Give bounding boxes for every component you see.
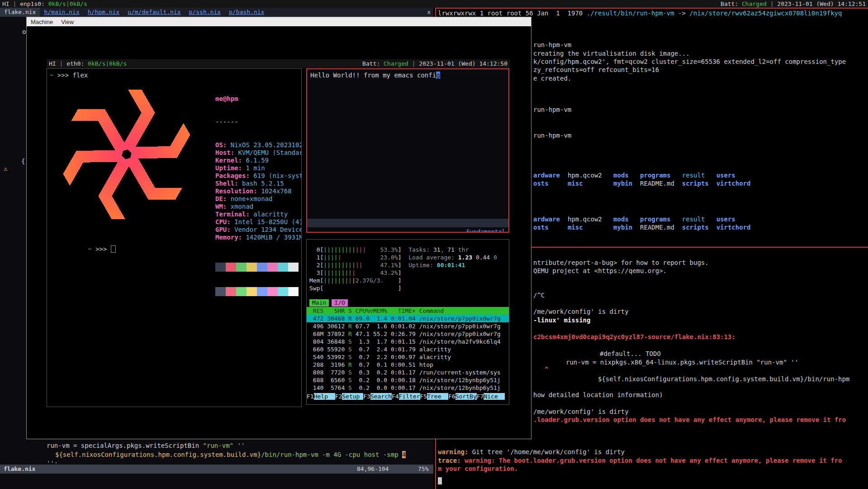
terminal-color-palette	[215, 263, 302, 272]
fkey-filter[interactable]: F4Filter	[392, 393, 420, 400]
host-status-bar: HI | enp1s0: 0kB/s|0kB/s Batt: Charged |…	[0, 0, 868, 8]
qemu-menu-bar: MachineView	[27, 17, 531, 26]
fkey-tree[interactable]: F5Tree	[420, 393, 449, 400]
htop-screen-tabs: MainI/O	[309, 299, 351, 307]
process-row[interactable]: 140 5764 S 0.2 0.0 0:00.17 /nix/store/12…	[307, 384, 509, 392]
process-row[interactable]: 496 30612 R 67.7 1.6 0:01.02 /nix/store/…	[307, 322, 509, 330]
htop-meters: 0[|||||||||||| 53.3%] Tasks: 31, 71 thr …	[309, 246, 497, 292]
host-bar-clock: Batt: Charged | 2023-11-01 (Wed) 14:12:5…	[721, 0, 866, 8]
fkey-sortby[interactable]: F6SortBy	[448, 393, 477, 400]
shell-prompt: ~ >>>	[50, 238, 116, 260]
major-mode-label: Fundamental	[466, 227, 505, 233]
fkey-help[interactable]: F1Help	[307, 393, 335, 400]
terminal-color-palette-bright	[215, 287, 302, 296]
process-row[interactable]: 804 36848 S 1.3 1.7 0:01.15 /nix/store/h…	[307, 338, 509, 345]
emacs-buffer-text[interactable]: Hello World!! from my emacs config	[310, 72, 440, 79]
nixos-logo-icon	[48, 79, 205, 230]
htop-table-header[interactable]: RES SHR S CPU%▽MEM% TIME+ Command	[307, 307, 509, 315]
neofetch-separator: ------	[215, 118, 302, 126]
desktop: HI | enp1s0: 0kB/s|0kB/s Batt: Charged |…	[0, 0, 868, 489]
guest-status-bar: HI | eth0: 0kB/s|0kB/s Batt: Charged | 2…	[47, 59, 510, 68]
guest-terminal-window[interactable]: ~ >>> flex	[47, 68, 302, 407]
process-row[interactable]: 808 7720 S 0.3 0.2 0:01.17 /run/current-…	[307, 369, 509, 376]
modeline-filename: flake.nix	[4, 465, 35, 474]
neofetch-info: me@hpm ------ OS: NixOS 23.05.20231023Ho…	[215, 80, 302, 312]
guest-htop-window[interactable]: 0[|||||||||||| 53.3%] Tasks: 31, 71 thr …	[306, 239, 509, 405]
modeline-position: 84,96-104	[357, 465, 389, 474]
guest-screen[interactable]: HI | eth0: 0kB/s|0kB/s Batt: Charged | 2…	[47, 59, 510, 407]
htop-tab-main[interactable]: Main	[309, 299, 329, 307]
emacs-cursor: g	[436, 72, 440, 79]
modeline-percent: 75%	[418, 465, 428, 474]
neofetch-user-host: me@hpm	[215, 95, 302, 103]
emacs-modeline: flake.nix 84,96-104 75%	[0, 465, 433, 474]
terminal-cursor	[111, 245, 116, 253]
htop-process-list: 472 30468 R 69.0 1.4 0:01.04 /nix/store/…	[307, 315, 509, 392]
menu-item-view[interactable]: View	[57, 19, 78, 25]
menu-item-machine[interactable]: Machine	[27, 19, 57, 25]
qemu-window[interactable]: MachineView HI | eth0: 0kB/s|0kB/s Batt:…	[26, 17, 531, 439]
guest-bar-clock: Batt: Charged | 2023-11-01 (Wed) 14:12:5…	[362, 59, 508, 68]
host-bar-network: HI | enp1s0: 0kB/s|0kB/s	[2, 0, 87, 8]
process-row[interactable]: 472 30468 R 69.0 1.4 0:01.04 /nix/store/…	[307, 315, 509, 322]
process-row[interactable]: 688 6560 S 0.2 0.0 0:00.18 /nix/store/12…	[307, 376, 509, 384]
guest-emacs-window[interactable]: Hello World!! from my emacs config Funda…	[306, 68, 509, 233]
guest-emacs-modeline: Fundamental ● 34 *scratch* 1:33 All	[307, 219, 508, 227]
fkey-nice[interactable]: F7Nice	[477, 393, 505, 400]
htop-function-bar: F1Help F2Setup F3SearchF4FilterF5Tree F6…	[307, 393, 509, 400]
guest-bar-network: HI | eth0: 0kB/s|0kB/s	[49, 59, 127, 68]
fkey-setup[interactable]: F2Setup	[335, 393, 364, 400]
process-row[interactable]: 68M 37892 R 47.1 55.2 0:26.79 /nix/store…	[307, 330, 509, 338]
process-row[interactable]: 288 3196 R 0.7 0.1 0:00.51 htop	[307, 361, 509, 369]
neofetch-entries: OS: NixOS 23.05.20231023Host: KVM/QEMU (…	[215, 141, 302, 241]
shell-prompt: ~ >>> flex	[50, 72, 88, 79]
htop-tab-i/o[interactable]: I/O	[332, 299, 347, 307]
process-row[interactable]: 660 55920 S 0.7 2.4 0:01.79 alacritty	[307, 345, 509, 353]
fkey-search[interactable]: F3Search	[363, 393, 392, 400]
process-row[interactable]: 540 53992 S 0.7 2.2 0:00.97 alacritty	[307, 353, 509, 361]
